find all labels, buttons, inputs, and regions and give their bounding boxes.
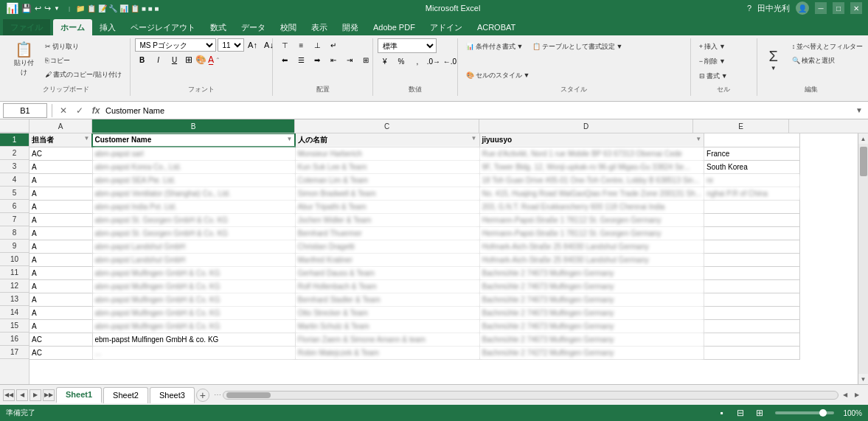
cell-d17[interactable]: Bachmühle 2 74272 Mulfingen Germany: [479, 346, 704, 359]
table-format-button[interactable]: 📋 テーブルとして書式設定▼: [529, 40, 627, 53]
top-align-button[interactable]: ⊤: [277, 38, 292, 52]
cell-c11[interactable]: Gerhard Dauss & Team: [295, 266, 479, 279]
page-layout-view-button[interactable]: ⊟: [734, 406, 747, 420]
copy-button[interactable]: ⎘ コピー: [41, 54, 125, 67]
cell-b6[interactable]: abm-papst India Pvt. Ltd.: [92, 200, 295, 213]
cell-a12[interactable]: A: [29, 279, 92, 293]
row-header-1[interactable]: 1: [0, 133, 29, 147]
cell-b8[interactable]: abm-papst St. Georgen GmbH & Co. KG: [92, 226, 295, 240]
col-header-a[interactable]: A: [29, 119, 92, 133]
cell-e14[interactable]: [704, 306, 800, 319]
fx-button[interactable]: fx: [89, 104, 103, 117]
cell-a13[interactable]: A: [29, 293, 92, 306]
tab-formulas[interactable]: 数式: [203, 19, 234, 35]
sheet-nav-prev[interactable]: ◀: [16, 389, 28, 401]
scroll-down-button[interactable]: ▼: [858, 374, 869, 384]
cut-button[interactable]: ✂ 切り取り: [41, 40, 125, 53]
row-header-8[interactable]: 8: [0, 226, 29, 240]
delete-cells-button[interactable]: − 削除▼: [695, 55, 729, 68]
format-painter-button[interactable]: 🖌 書式のコピー/貼り付け: [41, 68, 125, 81]
quick-access-more[interactable]: ▼: [54, 5, 60, 12]
row-header-2[interactable]: 2: [0, 147, 29, 160]
add-sheet-button[interactable]: +: [196, 389, 209, 402]
increase-font-button[interactable]: A↑: [246, 38, 260, 52]
mid-align-button[interactable]: ≡: [294, 38, 308, 52]
cell-a1[interactable]: 担当者▼: [29, 133, 92, 147]
bottom-align-button[interactable]: ⊥: [310, 38, 324, 52]
cell-d9[interactable]: Hofmark-Aich-Straße 25 84030 Landshut Ge…: [479, 240, 704, 253]
cell-b2[interactable]: abm-papst sarl: [92, 147, 295, 160]
fill-color-icon[interactable]: 🎨: [195, 55, 206, 65]
cell-d12[interactable]: Bachmühle 2 74673 Mulfingen Germany: [479, 279, 704, 293]
right-align-button[interactable]: ➡: [310, 53, 324, 66]
cell-b17[interactable]: ...: [92, 346, 295, 359]
cell-b7[interactable]: abm-papst St. Georgen GmbH & Co. KG: [92, 213, 295, 226]
cell-c7[interactable]: Jochen Widler & Team: [295, 213, 479, 226]
vertical-scrollbar[interactable]: ▲ ▼: [858, 133, 868, 384]
cell-a15[interactable]: A: [29, 319, 92, 333]
merge-button[interactable]: ⊞: [358, 53, 373, 66]
cell-a14[interactable]: A: [29, 306, 92, 319]
cell-a4[interactable]: A: [29, 173, 92, 187]
page-break-view-button[interactable]: ⊞: [753, 406, 766, 420]
cell-a7[interactable]: A: [29, 213, 92, 226]
horizontal-scrollbar[interactable]: [223, 391, 839, 400]
cell-c16[interactable]: Florian Zaem & Simone Amann & team: [295, 333, 479, 346]
normal-view-button[interactable]: ▪: [715, 406, 728, 420]
cell-e6[interactable]: [704, 200, 800, 213]
cell-c9[interactable]: Christian Dragetti: [295, 240, 479, 253]
cell-e7[interactable]: [704, 213, 800, 226]
h-scroll-right[interactable]: ▶: [852, 390, 862, 400]
row-header-15[interactable]: 15: [0, 319, 29, 333]
cell-a2[interactable]: AC: [29, 147, 92, 160]
tab-review[interactable]: 校閲: [273, 19, 304, 35]
indent-increase-button[interactable]: ⇥: [342, 53, 357, 66]
sheet-tab-3[interactable]: Sheet3: [150, 387, 195, 403]
cell-e12[interactable]: [704, 279, 800, 293]
tab-data[interactable]: データ: [234, 19, 273, 35]
center-align-button[interactable]: ☰: [294, 53, 308, 66]
cell-b9[interactable]: abm-papst Landshut GmbH: [92, 240, 295, 253]
cell-c12[interactable]: Rolf Hollenbach & Team: [295, 279, 479, 293]
cell-d1[interactable]: jiyuusyo▼: [479, 133, 704, 147]
sum-button[interactable]: Σ ▼: [762, 40, 785, 80]
cell-e13[interactable]: [704, 293, 800, 306]
cell-d14[interactable]: Bachmühle 2 74673 Mulfingen Germany: [479, 306, 704, 319]
italic-button[interactable]: I: [151, 53, 166, 66]
cell-c17[interactable]: Robin Matejczek & Team: [295, 346, 479, 359]
cell-a10[interactable]: A: [29, 253, 92, 266]
cell-a11[interactable]: A: [29, 266, 92, 279]
cell-b10[interactable]: abm-papst Landshut GmbH: [92, 253, 295, 266]
cell-c4[interactable]: Coleman Lim & Team: [295, 173, 479, 187]
cell-c13[interactable]: Bernhard Stadler & Team: [295, 293, 479, 306]
cell-e3[interactable]: South Korea: [704, 160, 800, 173]
cell-d15[interactable]: Bachmühle 2 74673 Mulfingen Germany: [479, 319, 704, 333]
cell-style-button[interactable]: 🎨 セルのスタイル▼: [462, 69, 534, 82]
col-header-b[interactable]: B: [92, 119, 295, 133]
cell-c14[interactable]: Otto Strecker & Team: [295, 306, 479, 319]
zoom-slider-container[interactable]: [775, 411, 834, 414]
cell-d2[interactable]: Rue d'Activité, Nord 1 rue Mobile BP 63 …: [479, 147, 704, 160]
quick-access-save[interactable]: 💾: [21, 4, 32, 13]
cell-e10[interactable]: [704, 253, 800, 266]
decrease-decimal-button[interactable]: ←.0: [442, 55, 457, 68]
cell-b1[interactable]: Customer Name▼: [92, 133, 295, 147]
underline-button[interactable]: U: [167, 53, 182, 66]
bold-button[interactable]: B: [135, 53, 150, 66]
cell-c8[interactable]: Bernhard Thuermer: [295, 226, 479, 240]
scroll-thumb[interactable]: [860, 147, 867, 176]
minimize-button[interactable]: ─: [815, 2, 827, 14]
cell-d6[interactable]: 203, G.N.T. Road Erukkancherry 600 118 C…: [479, 200, 704, 213]
cell-a17[interactable]: AC: [29, 346, 92, 359]
row-header-17[interactable]: 17: [0, 346, 29, 359]
cell-e4[interactable]: re: [704, 173, 800, 187]
tab-dev[interactable]: 開発: [335, 19, 366, 35]
font-size-select[interactable]: 11: [218, 38, 244, 52]
sheet-tab-1[interactable]: Sheet1: [56, 387, 102, 403]
cell-d4[interactable]: 18 Toh Guan Drive #05-01 One-Toh Centre,…: [479, 173, 704, 187]
col-header-c[interactable]: C: [295, 119, 479, 133]
indent-decrease-button[interactable]: ⇤: [326, 53, 341, 66]
tab-view[interactable]: 表示: [304, 19, 335, 35]
restore-button[interactable]: □: [833, 2, 844, 14]
formula-input[interactable]: [105, 103, 850, 118]
